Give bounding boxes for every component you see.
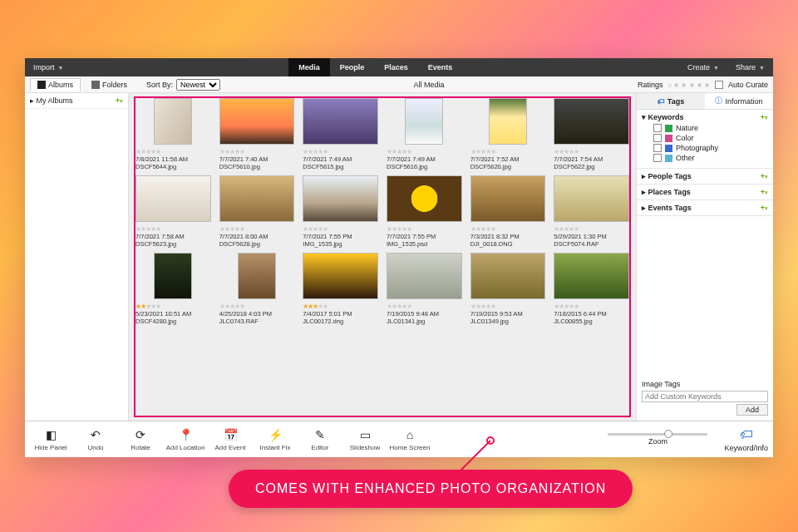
media-thumbnail[interactable]: ★★★★★7/18/2015 6:44 PMJLC00855.jpg xyxy=(554,253,629,325)
rating-stars[interactable]: ★★★★★ xyxy=(554,224,629,233)
media-thumbnail[interactable]: ★★★★★7/7/2021 7:54 AMDSCF5622.jpg xyxy=(554,98,629,170)
keyword-checkbox[interactable] xyxy=(653,124,662,132)
thumbnail-filename: JLC00172.dng xyxy=(303,318,378,325)
media-thumbnail[interactable]: ★★★★★7/7/2021 7:55 PMIMG_1535.jpg xyxy=(303,175,378,248)
undo-button[interactable]: ↶Undo xyxy=(73,423,118,456)
rating-stars[interactable]: ★★★★★ xyxy=(387,147,462,155)
rating-stars[interactable]: ★★★★★ xyxy=(554,147,629,155)
share-menu[interactable]: Share ▼ xyxy=(727,58,773,76)
view-tab-places[interactable]: Places xyxy=(374,58,418,76)
media-thumbnail[interactable]: ★★★★★7/3/2021 8:32 PMDJI_0018.DNG xyxy=(470,175,546,248)
keyword-item[interactable]: Color xyxy=(653,133,768,143)
import-menu[interactable]: Import ▼ xyxy=(25,58,71,76)
rating-stars[interactable]: ★★★★★ xyxy=(470,147,546,155)
events-tags-header[interactable]: ▸ Events Tags+▾ xyxy=(642,204,768,212)
rating-stars[interactable]: ★★★★★ xyxy=(219,147,295,155)
keyword-info-button[interactable]: 🏷 Keyword/Info xyxy=(724,427,768,452)
people-tags-header[interactable]: ▸ People Tags+▾ xyxy=(642,172,768,180)
rating-stars[interactable]: ★★★★★ xyxy=(470,302,546,310)
create-label: Create xyxy=(687,63,710,71)
add-keyword-button[interactable]: +▾ xyxy=(761,113,768,121)
editor-button[interactable]: ✎Editor xyxy=(298,423,342,456)
keyword-checkbox[interactable] xyxy=(653,134,662,142)
thumbnail-image xyxy=(135,175,211,222)
rating-stars[interactable]: ★★★★★ xyxy=(303,224,378,233)
button-label: Rotate xyxy=(131,444,150,451)
rating-stars[interactable]: ★★★★★ xyxy=(387,224,462,233)
rating-stars[interactable]: ★★★★★ xyxy=(135,302,211,310)
add-event-button[interactable]: 📅Add Event xyxy=(208,423,253,456)
thumbnail-date: 7/7/2021 7:49 AM xyxy=(303,155,378,163)
zoom-slider[interactable]: Zoom xyxy=(608,433,707,446)
image-tags-input[interactable] xyxy=(642,391,768,402)
media-grid-area: ★★★★★7/8/2021 11:58 AMDSCF5644.jpg★★★★★7… xyxy=(129,93,636,421)
folders-tab[interactable]: Folders xyxy=(84,78,135,91)
auto-curate-checkbox[interactable] xyxy=(715,81,723,89)
home-screen-button[interactable]: ⌂Home Screen xyxy=(387,423,432,456)
rating-stars[interactable]: ★★★★★ xyxy=(135,224,211,233)
keywords-header[interactable]: ▾ Keywords +▾ xyxy=(642,113,768,121)
folders-label: Folders xyxy=(102,81,127,89)
media-thumbnail[interactable]: ★★★★★7/4/2017 5:01 PMJLC00172.dng xyxy=(303,253,378,325)
rating-stars[interactable]: ★★★★★ xyxy=(135,147,211,155)
media-thumbnail[interactable]: ★★★★★7/19/2015 9:53 AMJLC01349.jpg xyxy=(470,253,546,325)
media-thumbnail[interactable]: ★★★★★7/7/2021 7:40 AMDSCF5610.jpg xyxy=(219,98,295,170)
albums-tab[interactable]: Albums xyxy=(30,78,81,91)
thumbnail-image xyxy=(154,253,192,299)
rating-stars[interactable]: ★★★★★ xyxy=(554,302,629,310)
ratings-filter[interactable]: ≥ ★ ★ ★ ★ ★ xyxy=(667,81,710,89)
keyword-item[interactable]: Nature xyxy=(653,123,768,133)
media-thumbnail[interactable]: ★★★★★7/7/2021 7:52 AMDSCF5620.jpg xyxy=(470,98,546,170)
thumbnail-filename: DSCF5628.jpg xyxy=(219,240,295,248)
add-events-tag-button[interactable]: +▾ xyxy=(761,204,768,212)
instant-fix-icon: ⚡ xyxy=(268,427,283,442)
view-tab-events[interactable]: Events xyxy=(418,58,463,76)
add-places-tag-button[interactable]: +▾ xyxy=(761,188,768,196)
keyword-item[interactable]: Photography xyxy=(653,143,768,153)
thumbnail-image xyxy=(238,253,276,299)
add-tag-button[interactable]: Add xyxy=(736,404,768,416)
add-people-tag-button[interactable]: +▾ xyxy=(761,172,768,180)
rating-stars[interactable]: ★★★★★ xyxy=(470,224,546,233)
thumbnail-filename: JLC01341.jpg xyxy=(387,318,462,325)
view-tab-people[interactable]: People xyxy=(330,58,375,76)
media-thumbnail[interactable]: ★★★★★4/25/2018 4:03 PMJLC0743.RAF xyxy=(219,253,295,325)
image-tags-header: Image Tags xyxy=(642,380,768,388)
rating-stars[interactable]: ★★★★★ xyxy=(219,302,295,310)
rating-stars[interactable]: ★★★★★ xyxy=(303,147,378,155)
hide-panel-button[interactable]: ◧Hide Panel xyxy=(28,423,73,456)
media-thumbnail[interactable]: ★★★★★5/23/2021 10:51 AMDSCF4280.jpg xyxy=(135,253,211,325)
information-tab[interactable]: ⓘ Information xyxy=(705,93,773,109)
keyword-checkbox[interactable] xyxy=(653,154,662,162)
add-location-button[interactable]: 📍Add Location xyxy=(163,423,208,456)
tag-color-icon xyxy=(665,145,672,152)
places-tags-header[interactable]: ▸ Places Tags+▾ xyxy=(642,188,768,196)
media-thumbnail[interactable]: ★★★★★7/7/2021 8:00 AMDSCF5628.jpg xyxy=(219,175,295,248)
rating-stars[interactable]: ★★★★★ xyxy=(387,302,462,310)
media-thumbnail[interactable]: ★★★★★7/7/2021 7:55 PMIMG_1535.psd xyxy=(387,175,462,248)
media-thumbnail[interactable]: ★★★★★7/7/2021 7:58 AMDSCF5623.jpg xyxy=(135,175,211,248)
view-tab-media[interactable]: Media xyxy=(288,58,330,76)
top-bar: Import ▼ MediaPeoplePlacesEvents Create … xyxy=(25,58,773,76)
thumbnail-date: 7/7/2021 8:00 AM xyxy=(219,233,295,240)
rating-stars[interactable]: ★★★★★ xyxy=(219,224,295,233)
media-thumbnail[interactable]: ★★★★★7/19/2015 9:48 AMJLC01341.jpg xyxy=(387,253,462,325)
media-thumbnail[interactable]: ★★★★★5/29/2021 1:30 PMDSCF5074.RAF xyxy=(554,175,629,248)
my-albums-header[interactable]: ▸ My Albums xyxy=(30,96,73,105)
instant-fix-button[interactable]: ⚡Instant Fix xyxy=(253,423,298,456)
create-menu[interactable]: Create ▼ xyxy=(679,58,727,76)
secondary-bar: Albums Folders Sort By: Newest All Media… xyxy=(25,76,773,93)
slideshow-button[interactable]: ▭Slideshow xyxy=(342,423,387,456)
auto-curate-label: Auto Curate xyxy=(728,81,768,89)
media-thumbnail[interactable]: ★★★★★7/7/2021 7:49 AMDSCF5615.jpg xyxy=(303,98,378,170)
tag-color-icon xyxy=(665,135,672,142)
sort-select[interactable]: Newest xyxy=(176,79,220,91)
media-thumbnail[interactable]: ★★★★★7/7/2021 7:49 AMDSCF5616.jpg xyxy=(387,98,462,170)
media-thumbnail[interactable]: ★★★★★7/8/2021 11:58 AMDSCF5644.jpg xyxy=(135,98,211,170)
rotate-button[interactable]: ⟳Rotate xyxy=(118,423,163,456)
keyword-checkbox[interactable] xyxy=(653,144,662,152)
keyword-item[interactable]: Other xyxy=(653,153,768,163)
tags-tab[interactable]: 🏷 Tags xyxy=(637,93,705,109)
add-album-button[interactable]: +▾ xyxy=(116,96,123,105)
rating-stars[interactable]: ★★★★★ xyxy=(303,302,378,310)
